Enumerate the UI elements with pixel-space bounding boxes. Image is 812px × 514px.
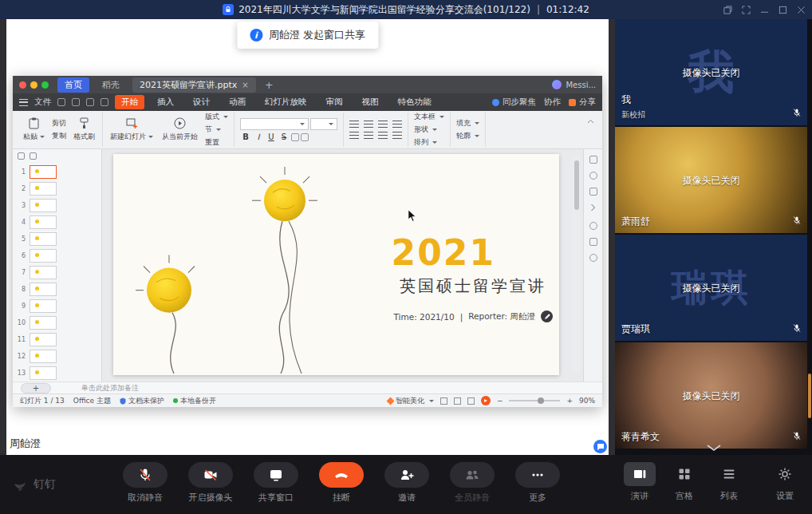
align-right-icon[interactable] bbox=[378, 121, 388, 128]
bold-button[interactable]: B bbox=[240, 132, 251, 141]
outline-button[interactable]: 轮廓 bbox=[456, 131, 479, 141]
section-button[interactable]: 节 bbox=[205, 125, 228, 135]
more-button[interactable]: 更多 bbox=[512, 462, 563, 504]
ribbon-tab-design[interactable]: 设计 bbox=[187, 95, 216, 109]
cut-button[interactable]: 剪切 bbox=[52, 118, 66, 128]
new-slide-button[interactable]: 新建幻灯片 bbox=[108, 117, 155, 142]
redo-icon[interactable] bbox=[101, 98, 108, 106]
hangup-button[interactable]: 挂断 bbox=[316, 462, 367, 504]
slide-thumbnail[interactable]: 4 bbox=[14, 214, 98, 231]
tab-docer[interactable]: 稻壳 bbox=[95, 77, 127, 93]
add-slide-button[interactable]: + bbox=[21, 383, 51, 393]
italic-button[interactable]: I bbox=[253, 132, 264, 141]
participant-tile[interactable]: 瑞琪 摄像头已关闭 贾瑞琪 bbox=[615, 235, 807, 341]
arrange-button[interactable]: 排列 bbox=[414, 137, 444, 148]
ribbon-collapse-icon[interactable] bbox=[582, 113, 599, 129]
unmute-button[interactable]: 取消静音 bbox=[120, 462, 171, 504]
theme-name[interactable]: Office 主题 bbox=[73, 396, 111, 406]
font-name-select[interactable] bbox=[240, 118, 309, 130]
layout-grid-button[interactable]: 宫格 bbox=[665, 462, 704, 502]
slide-canvas[interactable]: 2021 英国硕士留学宣讲 Time: 2021/10 | Reporter: … bbox=[102, 149, 583, 382]
template-tool-icon[interactable] bbox=[589, 238, 597, 246]
ribbon-tab-review[interactable]: 审阅 bbox=[320, 95, 349, 109]
zoom-in-button[interactable]: + bbox=[566, 397, 573, 405]
properties-icon[interactable] bbox=[589, 156, 597, 164]
backup-status[interactable]: 本地备份开 bbox=[173, 396, 216, 406]
chat-bubble-button[interactable] bbox=[593, 440, 607, 453]
settings-button[interactable]: 设置 bbox=[766, 462, 804, 502]
document-protect-status[interactable]: 文档未保护 bbox=[120, 396, 164, 406]
slides-view-icon[interactable] bbox=[30, 152, 37, 160]
slide-thumbnail[interactable]: 13 bbox=[14, 365, 98, 382]
file-menu[interactable]: 文件 bbox=[34, 97, 51, 108]
align-left-icon[interactable] bbox=[349, 121, 359, 128]
sorter-view-icon[interactable] bbox=[454, 397, 461, 405]
outline-view-icon[interactable] bbox=[18, 152, 25, 160]
align-center-icon[interactable] bbox=[364, 121, 373, 128]
mute-all-button[interactable]: 全员静音 bbox=[447, 462, 498, 504]
fill-button[interactable]: 填充 bbox=[456, 118, 479, 128]
wps-account[interactable]: Messi... bbox=[552, 80, 596, 89]
slide-thumbnail[interactable]: 11 bbox=[14, 331, 98, 348]
tab-home[interactable]: 首页 bbox=[57, 77, 89, 93]
chevron-down-icon[interactable] bbox=[706, 439, 722, 454]
normal-view-icon[interactable] bbox=[440, 397, 447, 405]
collaborate-button[interactable]: 协作 bbox=[544, 97, 561, 108]
indent-icon[interactable] bbox=[378, 132, 388, 139]
window-traffic-lights[interactable] bbox=[19, 81, 49, 89]
slide-thumbnail[interactable]: 7 bbox=[14, 264, 98, 281]
highlight-color-icon[interactable] bbox=[301, 133, 309, 141]
tab-document[interactable]: 2021英硕留学宣讲.pptx × bbox=[132, 77, 256, 93]
share-button[interactable]: 分享 bbox=[569, 97, 596, 108]
layout-button[interactable]: 版式 bbox=[205, 112, 228, 122]
slide-thumbnail[interactable]: 8 bbox=[14, 281, 98, 298]
strikethrough-button[interactable]: S bbox=[278, 132, 290, 141]
popout-icon[interactable] bbox=[723, 6, 732, 14]
save-icon[interactable] bbox=[57, 98, 65, 106]
copy-button[interactable]: 复制 bbox=[52, 131, 66, 141]
ribbon-tab-slideshow[interactable]: 幻灯片放映 bbox=[258, 95, 313, 109]
paste-button[interactable]: 粘贴 bbox=[22, 117, 46, 142]
participant-tile[interactable]: 摄像头已关闭 萧雨舒 bbox=[615, 127, 807, 233]
slide-thumbnail[interactable]: 12 bbox=[14, 348, 98, 365]
ribbon-tab-home[interactable]: 开始 bbox=[115, 95, 144, 109]
expand-pane-icon[interactable] bbox=[590, 204, 596, 214]
line-spacing-icon[interactable] bbox=[392, 132, 402, 139]
fullscreen-icon[interactable] bbox=[742, 6, 751, 14]
shape-button[interactable]: 形状 bbox=[414, 125, 444, 135]
enable-camera-button[interactable]: 开启摄像头 bbox=[185, 462, 236, 504]
reset-button[interactable]: 重置 bbox=[205, 137, 228, 148]
slide-thumbnail[interactable]: 10 bbox=[14, 314, 98, 331]
undo-icon[interactable] bbox=[86, 98, 94, 106]
share-window-button[interactable]: 共享窗口 bbox=[250, 462, 302, 504]
justify-icon[interactable] bbox=[392, 121, 402, 128]
close-icon[interactable] bbox=[797, 6, 806, 14]
ribbon-tab-animation[interactable]: 动画 bbox=[223, 95, 252, 109]
slide-thumbnail[interactable]: 9 bbox=[14, 298, 98, 314]
canvas-scrollbar[interactable] bbox=[573, 156, 580, 374]
bullet-list-icon[interactable] bbox=[349, 132, 359, 139]
participant-tile[interactable]: 摄像头已关闭 蒋青希文 bbox=[615, 342, 807, 449]
textbox-button[interactable]: 文本框 bbox=[414, 112, 444, 122]
layout-list-button[interactable]: 列表 bbox=[710, 462, 748, 502]
font-color-icon[interactable] bbox=[291, 133, 299, 141]
new-tab-button[interactable]: + bbox=[262, 79, 277, 91]
zoom-slider[interactable] bbox=[509, 400, 560, 401]
reading-view-icon[interactable] bbox=[467, 397, 475, 405]
notes-placeholder[interactable]: 单击此处添加备注 bbox=[81, 383, 139, 393]
zoom-out-button[interactable]: − bbox=[497, 397, 503, 405]
tab-close-icon[interactable]: × bbox=[242, 81, 248, 89]
sync-focus-button[interactable]: 同步聚焦 bbox=[492, 97, 536, 108]
comment-icon[interactable] bbox=[589, 172, 597, 180]
invite-button[interactable]: 邀请 bbox=[381, 462, 432, 504]
play-from-current-button[interactable]: 从当前开始 bbox=[160, 117, 199, 142]
smart-beautify-button[interactable]: 智能美化 bbox=[388, 396, 434, 406]
minimize-icon[interactable] bbox=[760, 6, 769, 14]
slide-thumbnail[interactable]: 5 bbox=[14, 231, 98, 247]
slide-thumbnail[interactable]: 3 bbox=[14, 197, 98, 214]
print-icon[interactable] bbox=[72, 98, 80, 106]
ribbon-tab-view[interactable]: 视图 bbox=[356, 95, 385, 109]
chart-tool-icon[interactable] bbox=[589, 222, 597, 230]
help-tool-icon[interactable] bbox=[589, 254, 597, 262]
maximize-icon[interactable] bbox=[778, 6, 787, 14]
